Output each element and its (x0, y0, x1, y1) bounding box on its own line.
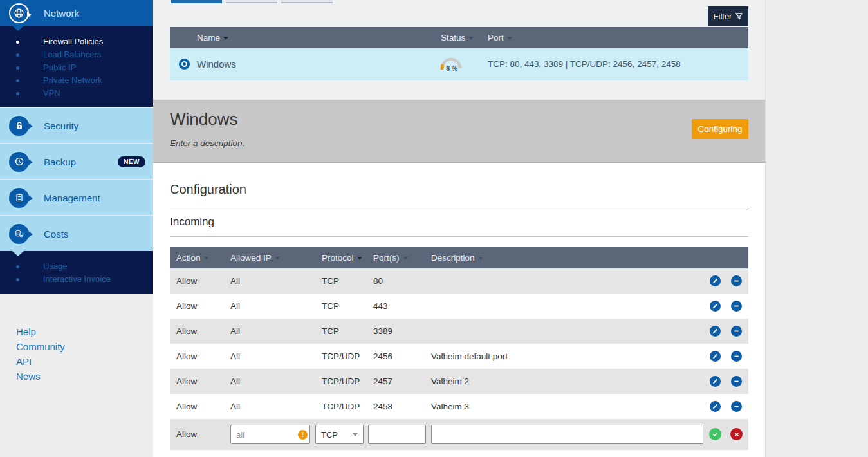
new-badge: NEW (118, 156, 145, 167)
cell-protocol: TCP (322, 319, 339, 344)
sidebar-item-network[interactable]: Network (0, 0, 153, 26)
remove-rule-icon[interactable] (731, 351, 742, 362)
cell-description: Valheim 3 (431, 394, 469, 419)
description-input[interactable] (431, 425, 703, 444)
table-row: Allow All TCP 443 (170, 294, 748, 319)
sort-icon (204, 257, 209, 260)
api-link[interactable]: API (16, 357, 153, 367)
filter-button[interactable]: Filter (708, 6, 748, 26)
tab-bar (171, 0, 337, 3)
column-header-status[interactable]: Status (441, 27, 474, 48)
protocol-select-value: TCP (321, 430, 338, 440)
column-header-port[interactable]: Port (488, 27, 512, 48)
sidebar-item-firewall-policies[interactable]: Firewall Policies (0, 35, 153, 48)
help-link[interactable]: Help (16, 327, 153, 337)
sidebar-item-vpn[interactable]: VPN (0, 87, 153, 100)
sidebar-item-costs[interactable]: Costs (0, 215, 153, 251)
cell-allowed-ip: All (230, 319, 240, 344)
remove-rule-icon[interactable] (731, 326, 742, 337)
sidebar: Network Firewall Policies Load Balancers… (0, 0, 153, 457)
sidebar-item-label: Management (44, 192, 100, 203)
main-content: Filter Name Status Port Windows (153, 0, 766, 457)
remove-rule-icon[interactable] (731, 301, 742, 312)
sort-icon (403, 257, 408, 260)
edit-rule-icon[interactable] (710, 275, 721, 286)
network-submenu: Firewall Policies Load Balancers Public … (0, 26, 153, 107)
incoming-table-header: Action Allowed IP Protocol Port(s) Descr… (170, 247, 748, 268)
remove-rule-icon[interactable] (731, 376, 742, 387)
sidebar-item-label: Costs (44, 228, 68, 239)
edit-rule-icon[interactable] (710, 376, 721, 387)
community-link[interactable]: Community (16, 342, 153, 352)
cell-ports: 2457 (373, 369, 392, 394)
cell-description: Valheim default port (431, 344, 508, 369)
cell-ports: 80 (373, 268, 383, 294)
column-header-action[interactable]: Action (176, 247, 209, 268)
configuring-status-button[interactable]: Configuring (692, 119, 748, 139)
edit-rule-icon[interactable] (710, 301, 721, 312)
cell-allowed-ip: All (230, 369, 240, 394)
table-row: Allow All TCP/UDP 2456 Valheim default p… (170, 344, 748, 369)
cell-action: Allow (176, 369, 197, 394)
cell-allowed-ip: All (230, 394, 240, 419)
cell-protocol: TCP/UDP (322, 344, 360, 369)
radio-selected-icon[interactable] (179, 59, 190, 70)
column-header-name[interactable]: Name (197, 27, 228, 48)
sidebar-item-security[interactable]: Security (0, 107, 153, 143)
edit-rule-icon[interactable] (710, 401, 721, 412)
costs-submenu: Usage Interactive Invoice (0, 251, 153, 294)
news-link[interactable]: News (16, 371, 153, 382)
sidebar-item-label: Security (44, 120, 78, 131)
configuration-section: Configuration Incoming Action Allowed IP… (153, 163, 765, 457)
firewall-policies-table: Name Status Port Windows (170, 27, 748, 80)
cell-protocol: TCP/UDP (322, 394, 360, 419)
sidebar-item-label: Network (44, 8, 79, 19)
column-header-description[interactable]: Description (431, 247, 483, 268)
sidebar-item-public-ip[interactable]: Public IP (0, 61, 153, 74)
table-row: Allow All TCP/UDP 2457 Valheim 2 (170, 369, 748, 394)
policies-panel: Filter Name Status Port Windows (153, 0, 765, 100)
column-header-protocol[interactable]: Protocol (322, 247, 362, 268)
cell-action: Allow (176, 394, 197, 419)
policy-detail-banner: Windows Enter a description. Configuring (153, 100, 765, 163)
cell-protocol: TCP (322, 294, 339, 319)
remove-rule-icon[interactable] (731, 275, 742, 286)
clipboard-icon (9, 188, 29, 208)
tab-2[interactable] (226, 0, 277, 3)
configuration-heading: Configuration (170, 182, 246, 197)
edit-rule-icon[interactable] (710, 326, 721, 337)
cancel-rule-icon[interactable] (730, 428, 743, 440)
column-header-allowed-ip[interactable]: Allowed IP (230, 247, 280, 268)
cell-description: Valheim 2 (431, 369, 469, 394)
table-row: Allow All TCP 80 (170, 268, 748, 294)
remove-rule-icon[interactable] (731, 401, 742, 412)
edit-rule-icon[interactable] (710, 351, 721, 362)
lock-icon (9, 116, 29, 136)
sort-icon (468, 37, 474, 40)
confirm-rule-icon[interactable] (709, 428, 721, 440)
description-placeholder[interactable]: Enter a description. (170, 138, 245, 148)
sidebar-item-load-balancers[interactable]: Load Balancers (0, 48, 153, 61)
sidebar-item-usage[interactable]: Usage (0, 260, 153, 273)
cell-protocol: TCP/UDP (322, 369, 360, 394)
sidebar-item-backup[interactable]: Backup NEW (0, 143, 153, 179)
cell-ports: 443 (373, 294, 388, 319)
policy-row-windows[interactable]: Windows 8 % TCP: 80, 443, 3389 | TCP/UDP… (170, 48, 748, 80)
sort-icon (357, 257, 362, 260)
incoming-rules-table: Action Allowed IP Protocol Port(s) Descr… (170, 247, 748, 450)
tab-active[interactable] (171, 0, 222, 3)
cell-ports: 3389 (373, 319, 392, 344)
sidebar-item-interactive-invoice[interactable]: Interactive Invoice (0, 273, 153, 286)
column-header-ports[interactable]: Port(s) (373, 247, 408, 268)
ports-input[interactable] (368, 425, 426, 444)
cell-allowed-ip: All (230, 268, 240, 294)
sidebar-item-management[interactable]: Management (0, 179, 153, 215)
sidebar-item-private-network[interactable]: Private Network (0, 74, 153, 87)
tab-3[interactable] (281, 0, 333, 3)
cell-action: Allow (176, 319, 197, 344)
globe-icon (9, 3, 29, 23)
sort-icon (223, 37, 228, 40)
sort-icon (275, 257, 280, 260)
protocol-select[interactable]: TCP (315, 425, 364, 444)
cell-action: Allow (176, 268, 197, 294)
